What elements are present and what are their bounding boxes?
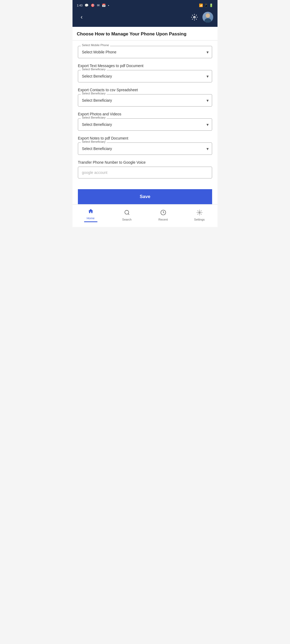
page-title-area: Choose How to Manage Your Phone Upon Pas… <box>73 27 218 41</box>
bottom-nav: Home Search Recent Settings <box>73 204 218 227</box>
svg-point-2 <box>125 210 129 214</box>
select-mobile-phone-select[interactable]: Select Mobile Phone <box>78 46 212 58</box>
header-icons <box>190 12 213 23</box>
messenger-icon: 💬 <box>85 3 89 7</box>
avatar-person <box>204 12 212 23</box>
avatar[interactable] <box>202 12 213 23</box>
export-notes-dropdown[interactable]: Select Beneficiary Select Beneficiary ▾ <box>78 142 212 155</box>
settings-icon-button[interactable] <box>190 12 199 22</box>
header: ‹ <box>73 10 218 27</box>
email-icon: ✉ <box>97 3 100 7</box>
page-title: Choose How to Manage Your Phone Upon Pas… <box>77 31 213 37</box>
save-button[interactable]: Save <box>78 189 212 204</box>
export-contacts-section: Export Contacts to csv Spreadsheet Selec… <box>78 88 212 107</box>
google-account-input[interactable] <box>82 170 208 175</box>
export-photos-label: Export Photos and Videos <box>78 112 212 116</box>
export-text-messages-floating-label: Select Beneficiary <box>81 68 107 71</box>
export-photos-floating-label: Select Beneficiary <box>81 116 107 119</box>
export-notes-section: Export Notes to pdf Document Select Bene… <box>78 136 212 155</box>
svg-point-1 <box>194 16 195 18</box>
status-bar-left: 1:43 💬 🎯 ✉ 📅 • <box>77 3 109 7</box>
transfer-phone-label: Transfer Phone Number to Google Voice <box>78 160 212 164</box>
export-contacts-label: Export Contacts to csv Spreadsheet <box>78 88 212 92</box>
export-text-messages-label: Export Text Messages to pdf Document <box>78 64 212 68</box>
nav-home-indicator <box>84 221 97 222</box>
export-photos-select[interactable]: Select Beneficiary <box>78 119 212 130</box>
select-mobile-phone-section: Select Mobile Phone Select Mobile Phone … <box>78 46 212 58</box>
select-mobile-phone-label: Select Mobile Phone <box>81 44 110 47</box>
nav-item-recent[interactable]: Recent <box>145 208 181 222</box>
nav-search-label: Search <box>122 218 132 221</box>
gear-icon <box>191 14 198 21</box>
signal-icon: 📱 <box>204 3 208 7</box>
export-contacts-dropdown[interactable]: Select Beneficiary Select Beneficiary ▾ <box>78 94 212 107</box>
settings-icon <box>197 210 202 217</box>
avatar-image <box>202 12 213 23</box>
wifi-icon: 📶 <box>199 3 203 7</box>
back-icon: ‹ <box>81 14 82 21</box>
status-bar-right: 📶 📱 🔋 <box>199 3 213 7</box>
search-icon <box>124 210 130 217</box>
avatar-body <box>204 18 211 23</box>
battery-icon: 🔋 <box>209 3 213 7</box>
nav-settings-label: Settings <box>194 218 205 221</box>
status-bar: 1:43 💬 🎯 ✉ 📅 • 📶 📱 🔋 <box>73 0 218 10</box>
nav-item-home[interactable]: Home <box>73 207 109 223</box>
transfer-phone-section: Transfer Phone Number to Google Voice <box>78 160 212 178</box>
export-contacts-floating-label: Select Beneficiary <box>81 92 107 95</box>
svg-point-5 <box>199 212 200 213</box>
nav-item-settings[interactable]: Settings <box>181 208 218 222</box>
back-button[interactable]: ‹ <box>77 12 86 22</box>
export-contacts-select[interactable]: Select Beneficiary <box>78 94 212 106</box>
main-content: Select Mobile Phone Select Mobile Phone … <box>73 41 218 204</box>
avatar-head <box>206 13 210 18</box>
export-photos-section: Export Photos and Videos Select Benefici… <box>78 112 212 131</box>
nav-item-search[interactable]: Search <box>109 208 145 222</box>
dot-icon: • <box>108 4 109 7</box>
select-mobile-phone-dropdown[interactable]: Select Mobile Phone Select Mobile Phone … <box>78 46 212 58</box>
notification-icon: 🎯 <box>91 3 95 7</box>
status-time: 1:43 <box>77 4 82 7</box>
export-notes-select[interactable]: Select Beneficiary <box>78 143 212 155</box>
calendar-icon: 📅 <box>102 3 106 7</box>
export-photos-dropdown[interactable]: Select Beneficiary Select Beneficiary ▾ <box>78 118 212 131</box>
export-notes-label: Export Notes to pdf Document <box>78 136 212 140</box>
export-text-messages-select[interactable]: Select Beneficiary <box>78 70 212 82</box>
nav-recent-label: Recent <box>158 218 168 221</box>
recent-icon <box>160 210 166 217</box>
export-text-messages-dropdown[interactable]: Select Beneficiary Select Beneficiary ▾ <box>78 70 212 82</box>
export-notes-floating-label: Select Beneficiary <box>81 140 107 143</box>
google-account-input-wrapper[interactable] <box>78 167 212 178</box>
svg-line-3 <box>128 214 129 215</box>
home-icon <box>88 208 94 215</box>
export-text-messages-section: Export Text Messages to pdf Document Sel… <box>78 64 212 82</box>
nav-home-label: Home <box>87 217 95 220</box>
